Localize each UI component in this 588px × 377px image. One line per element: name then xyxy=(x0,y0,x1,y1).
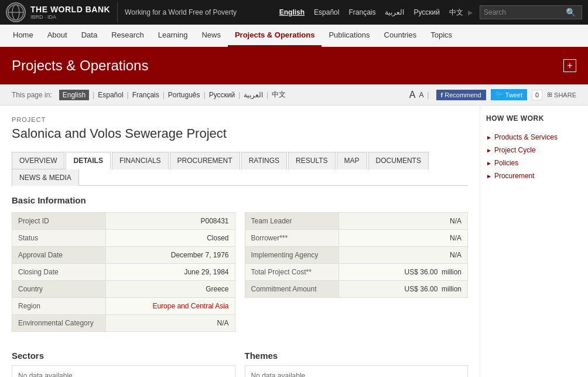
project-tabs: OVERVIEW DETAILS FINANCIALS PROCUREMENT … xyxy=(12,152,468,186)
lang-english[interactable]: English xyxy=(279,8,305,16)
value-closing-date: June 29, 1984 xyxy=(106,263,235,280)
project-details-left: Project ID P008431 Status Closed Approva… xyxy=(12,212,235,332)
expand-button[interactable]: + xyxy=(563,59,576,72)
search-icon[interactable]: 🔍 xyxy=(566,8,576,17)
arrow-icon: ► xyxy=(486,173,492,179)
value-status: Closed xyxy=(106,229,235,246)
label-implementing-agency: Implementing Agency xyxy=(245,246,339,263)
page-lang-francais[interactable]: Français xyxy=(132,91,159,99)
logo-title: THE WORLD BANK xyxy=(30,5,110,14)
tab-documents[interactable]: DOCUMENTS xyxy=(368,152,429,169)
nav-data[interactable]: Data xyxy=(74,25,104,47)
nav-research[interactable]: Research xyxy=(104,25,151,47)
language-bar: This page in: English | Español | França… xyxy=(0,84,588,106)
tab-map[interactable]: MAP xyxy=(337,152,367,169)
tab-overview[interactable]: OVERVIEW xyxy=(12,152,64,169)
nav-projects-operations[interactable]: Projects & Operations xyxy=(228,25,322,47)
page-lang-arabic[interactable]: العربية xyxy=(244,91,263,99)
sectors-no-data: No data available xyxy=(12,365,235,377)
tweet-count: 0 xyxy=(532,90,542,100)
page-lang-chinese[interactable]: 中文 xyxy=(272,90,286,100)
nav-home[interactable]: Home xyxy=(6,25,40,47)
sidebar-link-label: Policies xyxy=(494,159,518,167)
lang-chinese[interactable]: 中文 xyxy=(449,8,463,18)
page-lang-russian[interactable]: Русский xyxy=(209,91,235,99)
arrow-icon: ► xyxy=(486,134,492,141)
content-wrapper: PROJECT Salonica and Volos Sewerage Proj… xyxy=(0,106,588,377)
label-env-category: Environmental Category xyxy=(12,314,106,331)
nav-countries[interactable]: Countries xyxy=(377,25,424,47)
top-bar: THE WORLD BANK IBRD · IDA Working for a … xyxy=(0,0,588,25)
project-label: PROJECT xyxy=(12,116,468,123)
table-row: Country Greece xyxy=(12,280,235,297)
twitter-tweet[interactable]: 🐦 Tweet xyxy=(491,89,527,100)
basic-info-tables: Project ID P008431 Status Closed Approva… xyxy=(12,212,468,341)
page-title: Projects & Operations xyxy=(12,57,148,74)
tagline: Working for a World Free of Poverty xyxy=(125,8,279,16)
page-header: Projects & Operations + xyxy=(0,47,588,84)
region-link[interactable]: Europe and Central Asia xyxy=(152,302,228,310)
twitter-icon: 🐦 xyxy=(495,91,504,99)
sidebar-heading: HOW WE WORK xyxy=(486,114,582,125)
table-row: Team Leader N/A xyxy=(245,212,468,229)
tab-details[interactable]: DETAILS xyxy=(66,152,110,169)
nav-learning[interactable]: Learning xyxy=(151,25,195,47)
lang-espanol[interactable]: Español xyxy=(314,8,339,16)
language-links: English Español Français العربية Русский… xyxy=(279,8,473,18)
nav-about[interactable]: About xyxy=(40,25,74,47)
basic-info-heading: Basic Information xyxy=(12,195,468,205)
page-lang-portugues[interactable]: Português xyxy=(168,91,200,99)
tab-procurement[interactable]: PROCUREMENT xyxy=(170,152,240,169)
label-closing-date: Closing Date xyxy=(12,263,106,280)
world-bank-logo xyxy=(6,2,26,22)
value-team-leader: N/A xyxy=(339,212,468,229)
value-borrower: N/A xyxy=(339,229,468,246)
table-row: Environmental Category N/A xyxy=(12,314,235,331)
value-total-cost: US$ 36.00 million xyxy=(339,263,468,280)
project-details-right: Team Leader N/A Borrower*** N/A Implemen… xyxy=(245,212,469,298)
tab-news-media[interactable]: NEWS & MEDIA xyxy=(12,169,79,186)
tweet-label: Tweet xyxy=(505,91,522,99)
more-languages[interactable]: ▶ xyxy=(468,9,473,16)
label-total-cost: Total Project Cost** xyxy=(245,263,339,280)
social-buttons: f Recommend 🐦 Tweet 0 ⊞ SHARE xyxy=(436,89,576,100)
logo-sub: IBRD · IDA xyxy=(30,14,110,20)
sidebar-link-project-cycle[interactable]: ► Project Cycle xyxy=(486,144,582,157)
sidebar-link-policies[interactable]: ► Policies xyxy=(486,157,582,169)
facebook-recommend[interactable]: f Recommend xyxy=(436,90,486,100)
tab-financials[interactable]: FINANCIALS xyxy=(112,152,169,169)
logo-text: THE WORLD BANK IBRD · IDA xyxy=(30,5,110,20)
nav-topics[interactable]: Topics xyxy=(423,25,459,47)
value-implementing-agency: N/A xyxy=(339,246,468,263)
logo-area: THE WORLD BANK IBRD · IDA xyxy=(6,2,118,22)
table-row: Commitment Amount US$ 36.00 million xyxy=(245,280,468,297)
sidebar-link-products-services[interactable]: ► Products & Services xyxy=(486,131,582,144)
sectors-section: Sectors No data available xyxy=(12,351,235,377)
search-input[interactable] xyxy=(484,8,566,16)
sidebar-link-procurement[interactable]: ► Procurement xyxy=(486,169,582,182)
share-button[interactable]: ⊞ SHARE xyxy=(547,91,576,99)
tab-results[interactable]: RESULTS xyxy=(288,152,335,169)
label-approval-date: Approval Date xyxy=(12,246,106,263)
label-borrower: Borrower*** xyxy=(245,229,339,246)
nav-publications[interactable]: Publications xyxy=(322,25,377,47)
lang-arabic[interactable]: العربية xyxy=(385,8,404,16)
value-commitment-amount: US$ 36.00 million xyxy=(339,280,468,297)
font-size-large[interactable]: A xyxy=(409,90,416,100)
lang-francais[interactable]: Français xyxy=(348,8,375,16)
label-region: Region xyxy=(12,297,106,314)
page-lang-espanol[interactable]: Español xyxy=(98,91,123,99)
main-nav: Home About Data Research Learning News P… xyxy=(0,25,588,47)
tab-ratings[interactable]: RATINGS xyxy=(241,152,287,169)
label-status: Status xyxy=(12,229,106,246)
table-row: Status Closed xyxy=(12,229,235,246)
value-project-id: P008431 xyxy=(106,212,235,229)
value-env-category: N/A xyxy=(106,314,235,331)
nav-news[interactable]: News xyxy=(194,25,228,47)
font-size-small[interactable]: A xyxy=(419,91,423,99)
page-lang-english[interactable]: English xyxy=(59,90,89,100)
table-row: Borrower*** N/A xyxy=(245,229,468,246)
facebook-icon: f xyxy=(441,91,443,99)
sidebar-link-label: Products & Services xyxy=(494,133,558,141)
lang-russian[interactable]: Русский xyxy=(413,8,440,16)
